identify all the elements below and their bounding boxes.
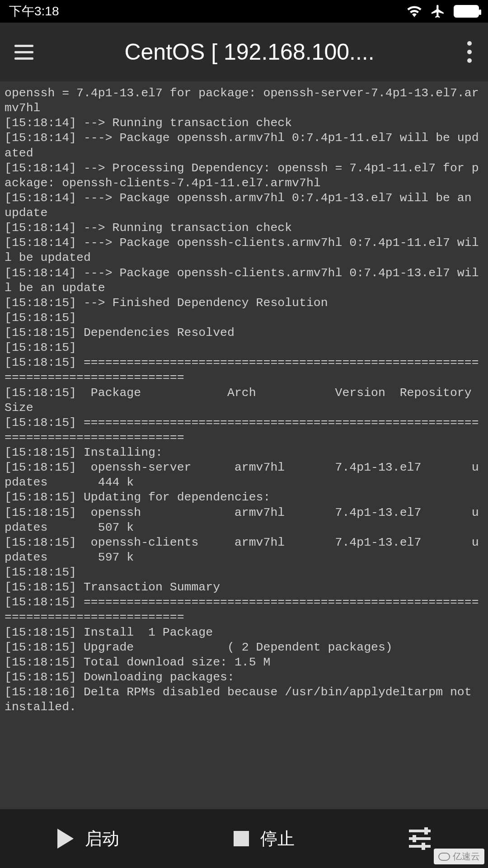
- play-icon: [57, 829, 74, 849]
- menu-icon[interactable]: [9, 40, 39, 64]
- watermark: 亿速云: [434, 849, 484, 864]
- watermark-text: 亿速云: [453, 850, 480, 863]
- status-icons: [407, 4, 479, 19]
- more-icon[interactable]: [460, 37, 479, 67]
- app-title: CentOS [ 192.168.100....: [39, 39, 460, 65]
- stop-icon: [234, 831, 249, 846]
- status-bar: 下午3:18: [0, 0, 488, 23]
- stop-button[interactable]: 停止: [225, 823, 304, 855]
- terminal-output[interactable]: openssh = 7.4p1-13.el7 for package: open…: [0, 81, 488, 809]
- stop-label: 停止: [260, 827, 295, 850]
- airplane-icon: [430, 4, 446, 19]
- status-time: 下午3:18: [9, 3, 59, 20]
- tune-icon: [409, 828, 431, 849]
- battery-icon: [454, 5, 479, 18]
- app-header: CentOS [ 192.168.100....: [0, 23, 488, 81]
- cloud-icon: [438, 853, 450, 861]
- start-button[interactable]: 启动: [48, 823, 128, 855]
- wifi-icon: [407, 4, 422, 19]
- bottom-bar: 启动 停止: [0, 809, 488, 868]
- start-label: 启动: [85, 827, 119, 850]
